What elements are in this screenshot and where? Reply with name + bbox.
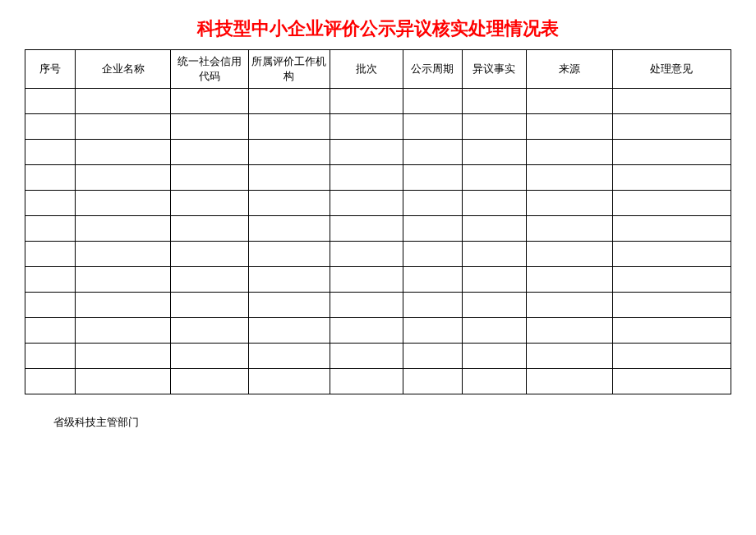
table-row (25, 242, 731, 267)
table-row (25, 191, 731, 216)
cell-period (403, 242, 462, 267)
cell-name (75, 165, 170, 191)
cell-org (248, 114, 330, 140)
cell-fact (462, 165, 526, 191)
cell-seq (25, 318, 76, 344)
table-row (25, 114, 731, 140)
header-org: 所属评价工作机构 (248, 50, 330, 89)
cell-org (248, 293, 330, 318)
header-batch: 批次 (330, 50, 403, 89)
cell-code (171, 318, 248, 344)
cell-seq (25, 216, 76, 242)
cell-source (526, 242, 612, 267)
cell-code (171, 140, 248, 165)
cell-period (403, 191, 462, 216)
cell-seq (25, 89, 76, 114)
table-row (25, 344, 731, 369)
cell-source (526, 216, 612, 242)
cell-seq (25, 140, 76, 165)
cell-code (171, 344, 248, 369)
table-row (25, 318, 731, 344)
data-table: 序号 企业名称 统一社会信用代码 所属评价工作机构 批次 公示周期 异议事实 来… (25, 49, 731, 394)
cell-org (248, 369, 330, 394)
cell-batch (330, 369, 403, 394)
cell-name (75, 293, 170, 318)
cell-name (75, 344, 170, 369)
cell-org (248, 216, 330, 242)
cell-fact (462, 293, 526, 318)
cell-period (403, 114, 462, 140)
document-title: 科技型中小企业评价公示异议核实处理情况表 (25, 16, 731, 41)
header-row: 序号 企业名称 统一社会信用代码 所属评价工作机构 批次 公示周期 异议事实 来… (25, 50, 731, 89)
cell-batch (330, 293, 403, 318)
table-row (25, 267, 731, 293)
cell-source (526, 293, 612, 318)
cell-opinion (612, 242, 731, 267)
cell-period (403, 140, 462, 165)
header-source: 来源 (526, 50, 612, 89)
cell-opinion (612, 114, 731, 140)
header-fact: 异议事实 (462, 50, 526, 89)
cell-period (403, 267, 462, 293)
cell-code (171, 293, 248, 318)
cell-batch (330, 114, 403, 140)
cell-fact (462, 216, 526, 242)
cell-opinion (612, 369, 731, 394)
cell-batch (330, 344, 403, 369)
cell-batch (330, 140, 403, 165)
cell-period (403, 165, 462, 191)
table-row (25, 216, 731, 242)
cell-opinion (612, 344, 731, 369)
cell-seq (25, 267, 76, 293)
cell-org (248, 191, 330, 216)
header-seq: 序号 (25, 50, 76, 89)
cell-fact (462, 114, 526, 140)
table-row (25, 369, 731, 394)
cell-org (248, 165, 330, 191)
cell-name (75, 114, 170, 140)
cell-source (526, 318, 612, 344)
cell-batch (330, 267, 403, 293)
cell-name (75, 191, 170, 216)
cell-period (403, 369, 462, 394)
cell-period (403, 293, 462, 318)
cell-source (526, 89, 612, 114)
cell-org (248, 242, 330, 267)
cell-fact (462, 242, 526, 267)
cell-period (403, 89, 462, 114)
footer-label: 省级科技主管部门 (53, 415, 731, 430)
cell-batch (330, 242, 403, 267)
cell-fact (462, 344, 526, 369)
cell-org (248, 140, 330, 165)
cell-opinion (612, 191, 731, 216)
cell-name (75, 242, 170, 267)
cell-seq (25, 114, 76, 140)
cell-code (171, 89, 248, 114)
cell-org (248, 267, 330, 293)
cell-code (171, 114, 248, 140)
cell-fact (462, 318, 526, 344)
cell-opinion (612, 89, 731, 114)
cell-org (248, 89, 330, 114)
cell-batch (330, 165, 403, 191)
cell-period (403, 344, 462, 369)
cell-code (171, 191, 248, 216)
cell-opinion (612, 318, 731, 344)
header-code: 统一社会信用代码 (171, 50, 248, 89)
cell-period (403, 216, 462, 242)
cell-org (248, 344, 330, 369)
cell-code (171, 216, 248, 242)
cell-code (171, 242, 248, 267)
cell-seq (25, 369, 76, 394)
cell-fact (462, 191, 526, 216)
table-row (25, 165, 731, 191)
cell-period (403, 318, 462, 344)
cell-opinion (612, 267, 731, 293)
header-period: 公示周期 (403, 50, 462, 89)
cell-org (248, 318, 330, 344)
cell-seq (25, 242, 76, 267)
cell-batch (330, 191, 403, 216)
cell-source (526, 140, 612, 165)
cell-fact (462, 89, 526, 114)
table-row (25, 293, 731, 318)
